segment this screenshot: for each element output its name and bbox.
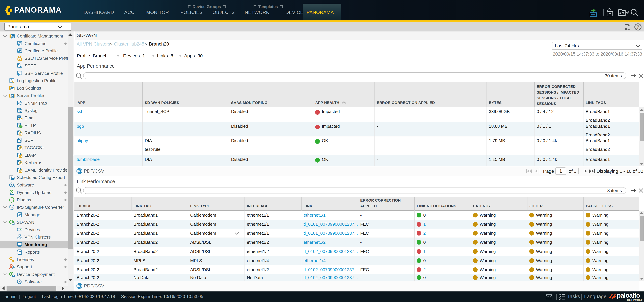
svg-text:A: A xyxy=(79,285,80,287)
svg-text:A: A xyxy=(79,170,80,172)
